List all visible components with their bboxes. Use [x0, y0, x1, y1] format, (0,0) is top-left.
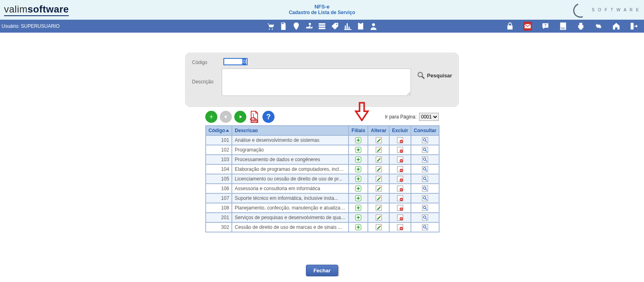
filiais-button[interactable] [355, 185, 361, 192]
next-page-button[interactable] [234, 111, 246, 123]
consultar-button[interactable] [422, 224, 428, 230]
alterar-button[interactable] [376, 185, 382, 192]
excluir-button[interactable] [397, 147, 403, 153]
svg-point-9 [372, 23, 375, 26]
alterar-button[interactable] [376, 176, 382, 182]
close-button[interactable]: Fechar [306, 265, 339, 276]
lock-icon[interactable] [506, 22, 514, 31]
print-icon[interactable] [576, 22, 585, 31]
add-button[interactable] [205, 111, 217, 123]
filiais-button[interactable] [355, 205, 361, 211]
codigo-label: Código [192, 58, 218, 65]
consultar-button[interactable] [422, 156, 428, 163]
excluir-button[interactable] [397, 176, 403, 182]
alterar-button[interactable] [376, 147, 382, 153]
table-row: 201Serviços de pesquisas e desenvolvimen… [206, 213, 439, 222]
cell-codigo: 106 [206, 184, 232, 193]
alterar-button[interactable] [376, 224, 382, 230]
pager-select[interactable]: 0001 [419, 113, 439, 121]
filiais-button[interactable] [355, 137, 361, 143]
consultar-button[interactable] [422, 195, 428, 201]
col-descricao[interactable]: Descricao [232, 126, 349, 135]
filiais-button[interactable] [355, 224, 361, 230]
consultar-button[interactable] [422, 166, 428, 172]
table-row: 104Elaboração de programas de computador… [206, 164, 439, 174]
alterar-button[interactable] [376, 205, 382, 211]
filiais-button[interactable] [355, 147, 361, 153]
consultar-button[interactable] [422, 137, 428, 143]
filiais-button[interactable] [355, 166, 361, 172]
export-pdf-button[interactable]: PDF [249, 111, 260, 123]
clipboard-icon[interactable] [356, 22, 365, 31]
header-title-2: Cadastro de Lista de Serviço [289, 10, 355, 15]
money-hand-icon[interactable] [305, 22, 314, 31]
excluir-button[interactable] [397, 137, 403, 143]
brand-logo-left: valimsoftware [4, 4, 69, 16]
cell-descricao: Elaboração de programas de computadores,… [232, 164, 349, 174]
consultar-button[interactable] [422, 205, 428, 211]
svg-text:?: ? [544, 23, 547, 27]
svg-rect-8 [359, 22, 362, 24]
consultar-button[interactable] [422, 214, 428, 221]
excluir-button[interactable] [397, 214, 403, 221]
codigo-input[interactable]: 0 [223, 58, 248, 65]
cell-descricao: Suporte técnico em informática, inclusiv… [232, 193, 349, 203]
descricao-textarea[interactable] [222, 68, 411, 96]
consultar-button[interactable] [422, 176, 428, 182]
col-alterar[interactable]: Alterar [368, 126, 389, 135]
col-filiais[interactable]: Filiais [349, 126, 368, 135]
pesquisar-button[interactable]: Pesquisar [417, 68, 452, 80]
svg-point-2 [309, 23, 311, 25]
alterar-button[interactable] [376, 137, 382, 143]
cell-descricao: Planejamento, confecção, manutenção e at… [232, 203, 349, 213]
help-bubble-icon[interactable]: ? [541, 22, 550, 31]
brand-logo-right: S O F T W A R E [571, 2, 640, 17]
sync-icon[interactable] [594, 22, 603, 31]
excluir-button[interactable] [397, 185, 403, 192]
cell-codigo: 102 [206, 145, 232, 155]
excluir-button[interactable] [397, 224, 403, 230]
consultar-button[interactable] [422, 185, 428, 192]
excluir-button[interactable] [397, 166, 403, 172]
prev-page-button[interactable] [220, 111, 232, 123]
cell-codigo: 108 [206, 203, 232, 213]
cart-icon[interactable] [266, 22, 275, 31]
svg-point-19 [418, 73, 423, 77]
cell-codigo: 302 [206, 222, 232, 232]
stack-icon[interactable] [318, 22, 326, 31]
map-icon[interactable] [292, 22, 301, 31]
excluir-button[interactable] [397, 205, 403, 211]
col-consultar[interactable]: Consultar [411, 126, 439, 135]
alterar-button[interactable] [376, 195, 382, 201]
alterar-button[interactable] [376, 214, 382, 221]
filiais-button[interactable] [355, 195, 361, 201]
main-toolbar: Usuário: SUPERUSUARIO ? SQL [0, 20, 644, 33]
chart-icon[interactable] [343, 22, 352, 31]
table-row: 101Análise e desenvolvimento de sistemas [206, 135, 439, 145]
table-row: 107Suporte técnico em informática, inclu… [206, 193, 439, 203]
alterar-button[interactable] [376, 166, 382, 172]
svg-point-1 [272, 29, 273, 30]
sql-icon[interactable]: SQL [559, 22, 568, 31]
mail-icon[interactable] [523, 22, 532, 31]
user-icon[interactable] [369, 22, 378, 31]
consultar-button[interactable] [422, 147, 428, 153]
documents-icon[interactable] [279, 22, 288, 31]
filiais-button[interactable] [355, 176, 361, 182]
excluir-button[interactable] [397, 195, 403, 201]
excluir-button[interactable] [397, 156, 403, 163]
help-button[interactable]: ? [262, 111, 275, 123]
col-codigo[interactable]: Código [206, 126, 232, 135]
header-band: valimsoftware NFS-e Cadastro de Lista de… [0, 0, 644, 20]
exit-icon[interactable] [630, 22, 638, 31]
filiais-button[interactable] [355, 214, 361, 221]
tag-icon[interactable] [330, 22, 339, 31]
brand-right-sub: S O F T W A R E [592, 8, 640, 12]
col-excluir[interactable]: Excluir [389, 126, 411, 135]
svg-point-0 [269, 29, 270, 30]
filiais-button[interactable] [355, 156, 361, 163]
content-area: Código 0 Descrição Pesquisar PDF ? Ir pa… [0, 33, 644, 276]
home-icon[interactable] [612, 22, 621, 31]
alterar-button[interactable] [376, 156, 382, 163]
cell-descricao: Cessão de direito de uso de marcas e de … [232, 222, 349, 232]
